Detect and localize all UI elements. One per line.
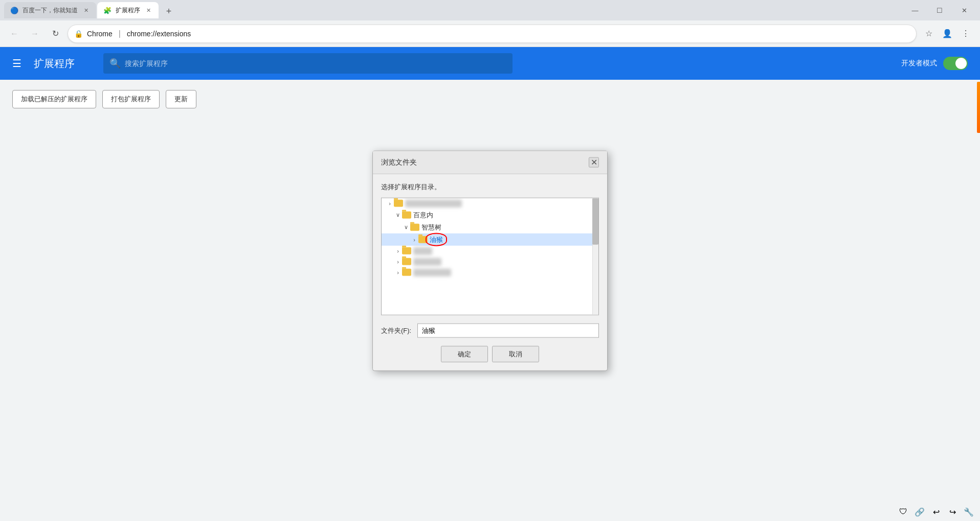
- folder-icon-baiyi: [402, 211, 411, 218]
- tree-label-other2: ██████: [413, 258, 441, 265]
- tree-item-zhihushu[interactable]: ∨ 智慧树: [382, 221, 598, 233]
- chrome-menu-icon[interactable]: ⋮: [957, 26, 974, 42]
- tab-extensions-label: 扩展程序: [116, 6, 140, 15]
- folder-icon-zhihushu: [410, 223, 419, 231]
- tree-item-youhou[interactable]: › 油猴: [382, 233, 598, 245]
- tree-label-top: ████████████: [405, 199, 462, 207]
- tree-arrow-other1: ›: [394, 248, 402, 254]
- lock-icon: 🔒: [74, 30, 83, 38]
- dev-mode-label: 开发者模式: [901, 59, 937, 68]
- bookmark-star-icon[interactable]: ☆: [921, 26, 937, 42]
- dialog-body: 选择扩展程序目录。 › ████████████ ∨ 百意内 ∨ 智慧树: [373, 174, 607, 370]
- tree-arrow-zhihushu: ∨: [402, 224, 410, 231]
- search-bar[interactable]: 🔍: [103, 53, 513, 74]
- tree-item-other3[interactable]: › ████████: [382, 267, 598, 278]
- tree-item-other2[interactable]: › ██████: [382, 256, 598, 267]
- tree-item-other1[interactable]: › ████: [382, 245, 598, 256]
- tree-label-youhou: 油猴: [430, 235, 443, 244]
- pack-extension-button[interactable]: 打包扩展程序: [102, 90, 160, 108]
- tree-label-other1: ████: [413, 247, 432, 255]
- dialog-instruction: 选择扩展程序目录。: [381, 182, 599, 191]
- extensions-page-title: 扩展程序: [34, 57, 75, 71]
- tab-baidu-label: 百度一下，你就知道: [23, 6, 78, 15]
- window-controls: — ☐ ✕: [903, 2, 976, 18]
- tree-arrow-other2: ›: [394, 259, 402, 265]
- dialog-buttons: 确定 取消: [381, 346, 599, 362]
- cancel-button[interactable]: 取消: [492, 346, 539, 362]
- taskbar: 🛡 🔗 ↩ ↪ 🔧: [892, 503, 980, 521]
- file-name-row: 文件夹(F):: [381, 323, 599, 337]
- file-name-label: 文件夹(F):: [381, 326, 411, 335]
- address-input-wrapper[interactable]: 🔒 Chrome | chrome://extensions: [68, 25, 917, 43]
- file-name-input[interactable]: [417, 323, 599, 337]
- address-brand: Chrome: [87, 30, 113, 38]
- address-bar: ← → ↻ 🔒 Chrome | chrome://extensions ☆ 👤…: [0, 20, 980, 47]
- search-input[interactable]: [125, 59, 506, 67]
- tree-arrow-youhou: ›: [410, 236, 418, 242]
- folder-icon-other3: [402, 269, 411, 276]
- tree-arrow-other3: ›: [394, 269, 402, 276]
- dialog-title: 浏览文件夹: [381, 157, 417, 167]
- dialog-close-button[interactable]: ✕: [589, 157, 599, 167]
- dev-mode-toggle[interactable]: [943, 57, 968, 70]
- new-tab-button[interactable]: +: [162, 4, 176, 18]
- title-bar: 🔵 百度一下，你就知道 ✕ 🧩 扩展程序 ✕ + — ☐ ✕: [0, 0, 980, 20]
- tree-label-zhihushu: 智慧树: [421, 222, 441, 232]
- tab-baidu-close[interactable]: ✕: [82, 6, 90, 14]
- youhou-circle-highlight: 油猴: [430, 235, 443, 244]
- extensions-header: ☰ 扩展程序 🔍 开发者模式: [0, 47, 980, 80]
- tree-label-other3: ████████: [413, 268, 451, 276]
- address-url: chrome://extensions: [127, 30, 191, 38]
- folder-icon-other1: [402, 247, 411, 255]
- dialog-title-bar: 浏览文件夹 ✕: [373, 151, 607, 174]
- reload-button[interactable]: ↻: [47, 26, 63, 42]
- taskbar-icon-2[interactable]: 🔗: [912, 505, 927, 519]
- tree-scrollbar[interactable]: [592, 198, 598, 314]
- tree-item-top[interactable]: › ████████████: [382, 198, 598, 209]
- confirm-button[interactable]: 确定: [441, 346, 488, 362]
- search-icon: 🔍: [109, 58, 121, 69]
- close-button[interactable]: ✕: [952, 2, 976, 18]
- tree-scrollbar-thumb: [592, 198, 598, 244]
- back-button[interactable]: ←: [6, 26, 23, 42]
- taskbar-icon-4[interactable]: ↪: [945, 505, 960, 519]
- minimize-button[interactable]: —: [903, 2, 927, 18]
- file-tree-container[interactable]: › ████████████ ∨ 百意内 ∨ 智慧树 › 油猴: [381, 197, 599, 315]
- tree-arrow-baiyi: ∨: [394, 212, 402, 218]
- tree-label-baiyi: 百意内: [413, 210, 433, 219]
- folder-icon-top: [394, 200, 403, 207]
- taskbar-icon-5[interactable]: 🔧: [962, 505, 976, 519]
- folder-icon-other2: [402, 258, 411, 265]
- tab-baidu[interactable]: 🔵 百度一下，你就知道 ✕: [4, 2, 96, 18]
- ext-favicon: 🧩: [103, 6, 112, 14]
- account-icon[interactable]: 👤: [939, 26, 955, 42]
- hamburger-menu-icon[interactable]: ☰: [12, 57, 21, 70]
- maximize-button[interactable]: ☐: [928, 2, 951, 18]
- dev-mode-section: 开发者模式: [901, 57, 968, 70]
- side-indicator: [977, 82, 980, 133]
- tab-extensions-close[interactable]: ✕: [144, 6, 152, 14]
- baidu-favicon: 🔵: [10, 6, 18, 14]
- update-button[interactable]: 更新: [166, 90, 196, 108]
- address-right-icons: ☆ 👤 ⋮: [921, 26, 974, 42]
- load-extension-button[interactable]: 加载已解压的扩展程序: [12, 90, 96, 108]
- taskbar-icon-3[interactable]: ↩: [929, 505, 943, 519]
- extensions-toolbar: 加载已解压的扩展程序 打包扩展程序 更新: [0, 80, 980, 119]
- folder-icon-youhou: [418, 236, 428, 243]
- tab-extensions[interactable]: 🧩 扩展程序 ✕: [97, 2, 159, 18]
- forward-button[interactable]: →: [27, 26, 43, 42]
- address-separator: |: [119, 29, 121, 38]
- tree-arrow-top: ›: [386, 200, 394, 207]
- taskbar-icon-1[interactable]: 🛡: [896, 505, 910, 519]
- tree-item-baiyi[interactable]: ∨ 百意内: [382, 209, 598, 221]
- browse-folder-dialog: 浏览文件夹 ✕ 选择扩展程序目录。 › ████████████ ∨ 百意内 ∨…: [372, 150, 608, 371]
